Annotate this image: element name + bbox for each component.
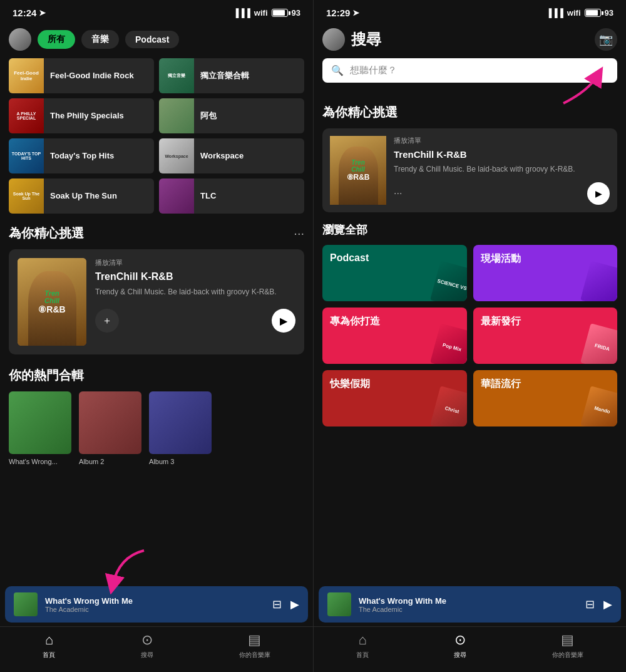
album-item-3[interactable]: Album 3 xyxy=(149,391,212,465)
nav-library-label-right: 你的音樂庫 xyxy=(552,651,583,659)
search-page-title: 搜尋 xyxy=(351,29,381,49)
playlist-item-tth[interactable]: TODAY'S TOP HITS Today's Top Hits xyxy=(9,138,154,173)
featured-desc-left: Trendy & Chill Music. Be laid-back with … xyxy=(95,286,295,297)
browse-label-live: 現場活動 xyxy=(481,252,521,266)
playlist-thumb-workspace: Workspace xyxy=(159,138,194,173)
nav-search-left[interactable]: ⊙ 搜尋 xyxy=(141,632,153,659)
add-button-left[interactable]: ＋ xyxy=(95,309,119,333)
nav-search-label-right: 搜尋 xyxy=(454,651,466,659)
home-icon-left: ⌂ xyxy=(45,632,53,648)
location-icon-right: ➤ xyxy=(352,8,359,18)
featured-tag-left: 播放清單 xyxy=(95,258,295,267)
nav-search-right[interactable]: ⊙ 搜尋 xyxy=(454,632,466,659)
search-bar[interactable]: 🔍 想聽什麼？ xyxy=(322,58,617,83)
sf-desc: Trendy & Chill Music. Be laid-back with … xyxy=(394,163,610,175)
playlist-thumb-abao xyxy=(159,98,194,133)
browse-card-live[interactable]: 現場活動 xyxy=(473,245,618,301)
nav-home-left[interactable]: ⌂ 首頁 xyxy=(43,632,55,659)
playlist-thumb-indie2: 獨立音樂 xyxy=(159,58,194,93)
location-icon: ➤ xyxy=(39,8,46,18)
time-left: 12:24 xyxy=(13,8,36,18)
album-item-2[interactable]: Album 2 xyxy=(79,391,141,465)
playlist-label-tth: Today's Top Hits xyxy=(50,151,114,162)
playlist-item-workspace[interactable]: Workspace Workspace xyxy=(159,138,304,173)
wifi-icon-right: wifi xyxy=(567,8,581,18)
np-connect-right[interactable]: ⊟ xyxy=(585,597,595,611)
browse-img-new: FRIDA xyxy=(580,323,617,364)
tab-all[interactable]: 所有 xyxy=(38,30,75,49)
search-input-placeholder: 想聽什麼？ xyxy=(350,65,397,76)
browse-img-chinese: Mando xyxy=(580,386,617,426)
sf-dots[interactable]: ··· xyxy=(394,188,402,199)
playlist-thumb-soak: Soak Up The Sun xyxy=(9,178,44,214)
battery-pct-left: 93 xyxy=(292,8,300,18)
library-icon-right: ▤ xyxy=(561,632,574,648)
nav-library-label-left: 你的音樂庫 xyxy=(239,651,270,659)
playlist-label-philly: The Philly Specials xyxy=(50,111,124,121)
browse-card-custom[interactable]: 專為你打造 Pop Mix xyxy=(322,308,467,364)
np-artist-right: The Academic xyxy=(359,606,578,613)
np-actions-right: ⊟ ▶ xyxy=(585,597,612,611)
np-thumb-right xyxy=(327,592,351,616)
avatar-left[interactable] xyxy=(9,28,31,51)
avatar-right[interactable] xyxy=(322,28,345,51)
time-right: 12:29 xyxy=(326,8,350,18)
signal-icon-right: ▐▐▐ xyxy=(546,8,563,18)
np-connect-left[interactable]: ⊟ xyxy=(272,597,282,611)
battery-right xyxy=(585,8,601,18)
right-panel: 12:29 ➤ ▐▐▐ wifi 93 搜尋 📷 xyxy=(313,0,626,672)
left-panel: 12:24 ➤ ▐▐▐ wifi 93 所有 音樂 Podcast Feel-G… xyxy=(0,0,313,672)
playlist-label-workspace: Workspace xyxy=(200,151,244,162)
search-bar-icon: 🔍 xyxy=(331,65,344,76)
nav-library-right[interactable]: ▤ 你的音樂庫 xyxy=(552,632,583,659)
nav-library-left[interactable]: ▤ 你的音樂庫 xyxy=(239,632,270,659)
featured-name-left: TrenChill K-R&B xyxy=(95,271,295,282)
tab-podcast[interactable]: Podcast xyxy=(125,31,179,48)
now-playing-bar-right[interactable]: What's Wrong With Me The Academic ⊟ ▶ xyxy=(319,586,621,623)
featured-card-left[interactable]: TrenChill ⑧R&B 播放清單 TrenChill K-R&B Tren… xyxy=(9,249,304,354)
featured-info-left: 播放清單 TrenChill K-R&B Trendy & Chill Musi… xyxy=(95,258,295,333)
playlist-label-indie2: 獨立音樂合輯 xyxy=(200,71,249,81)
sf-tag: 播放清單 xyxy=(394,136,610,145)
signal-icon: ▐▐▐ xyxy=(233,8,250,18)
np-play-left[interactable]: ▶ xyxy=(290,597,299,611)
nav-home-right[interactable]: ⌂ 首頁 xyxy=(356,632,369,659)
playlist-item-abao[interactable]: 阿包 xyxy=(159,98,304,133)
np-play-right[interactable]: ▶ xyxy=(603,597,612,611)
library-icon-left: ▤ xyxy=(248,632,261,648)
browse-card-chinese[interactable]: 華語流行 Mando xyxy=(473,370,618,426)
playlist-label-soak: Soak Up The Sun xyxy=(50,191,117,202)
sf-play-button[interactable]: ▶ xyxy=(587,182,610,205)
browse-card-new[interactable]: 最新發行 FRIDA xyxy=(473,308,618,364)
playlist-item-indie[interactable]: Feel-Good Indie Feel-Good Indie Rock xyxy=(9,58,154,93)
browse-img-live xyxy=(580,261,617,301)
browse-grid: Podcast SCIENCE VS 現場活動 專為你打造 Pop Mix 最新… xyxy=(322,245,617,426)
sf-info: 播放清單 TrenChill K-R&B Trendy & Chill Musi… xyxy=(394,136,610,205)
browse-card-holiday[interactable]: 快樂假期 Christ xyxy=(322,370,467,426)
featured-actions-left: ＋ ▶ xyxy=(95,309,295,333)
playlist-label-tlc: TLC xyxy=(200,191,216,202)
bottom-nav-left: ⌂ 首頁 ⊙ 搜尋 ▤ 你的音樂庫 xyxy=(0,626,313,672)
search-content: 為你精心挑選 TrenChill ⑧R&B 播放清單 TrenChill K-R… xyxy=(314,93,626,582)
camera-button[interactable]: 📷 xyxy=(595,28,617,51)
browse-label-holiday: 快樂假期 xyxy=(330,378,370,391)
sf-name: TrenChill K-R&B xyxy=(394,149,610,160)
playlist-thumb-philly: A PHILLY SPECIAL xyxy=(9,98,44,133)
playlist-item-soak[interactable]: Soak Up The Sun Soak Up The Sun xyxy=(9,178,154,214)
search-icon-left: ⊙ xyxy=(141,632,153,648)
now-playing-bar-left[interactable]: What's Wrong With Me The Academic ⊟ ▶ xyxy=(5,586,308,623)
hot-albums-title: 你的熱門合輯 xyxy=(9,367,304,384)
play-button-left[interactable]: ▶ xyxy=(272,309,295,333)
home-icon-right: ⌂ xyxy=(359,632,367,648)
playlist-item-tlc[interactable]: TLC xyxy=(159,178,304,214)
album-item-1[interactable]: What's Wrong... xyxy=(9,391,71,465)
tab-music[interactable]: 音樂 xyxy=(81,30,119,49)
browse-img-custom: Pop Mix xyxy=(430,323,467,364)
browse-title: 瀏覽全部 xyxy=(322,222,617,237)
playlist-item-philly[interactable]: A PHILLY SPECIAL The Philly Specials xyxy=(9,98,154,133)
browse-card-podcast[interactable]: Podcast SCIENCE VS xyxy=(322,245,467,301)
search-featured-card[interactable]: TrenChill ⑧R&B 播放清單 TrenChill K-R&B Tren… xyxy=(322,128,617,212)
more-options-left[interactable]: ··· xyxy=(294,226,304,240)
playlist-label-indie: Feel-Good Indie Rock xyxy=(50,71,134,81)
playlist-item-indie2[interactable]: 獨立音樂 獨立音樂合輯 xyxy=(159,58,304,93)
